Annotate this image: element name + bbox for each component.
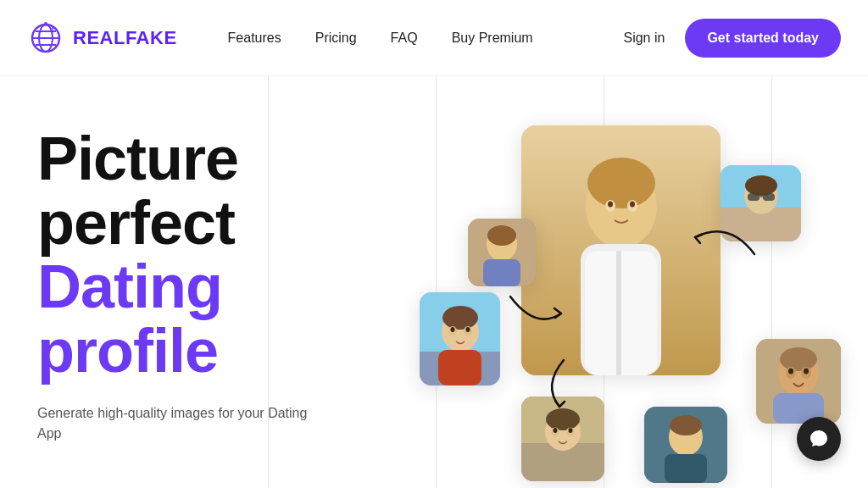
small-photo-tl: [468, 219, 536, 286]
arrow-main-to-tr: [687, 203, 763, 263]
nav-link-features[interactable]: Features: [228, 30, 281, 46]
svg-rect-37: [438, 350, 481, 385]
nav-right: Sign in Get started today: [623, 19, 841, 58]
svg-point-45: [569, 428, 573, 433]
arrow-lm-to-main: [502, 288, 570, 339]
svg-point-32: [442, 306, 478, 330]
svg-point-48: [670, 415, 702, 435]
svg-point-13: [608, 202, 613, 208]
nav-links: Features Pricing FAQ Buy Premium: [228, 30, 624, 46]
logo-area[interactable]: REALFAKE: [27, 19, 177, 57]
small-photo-lm: [420, 292, 500, 385]
chat-button[interactable]: [797, 417, 841, 461]
hero-images: [373, 76, 868, 488]
svg-point-52: [780, 347, 817, 371]
small-photo-br: [644, 407, 727, 483]
navbar: REALFAKE Features Pricing FAQ Buy Premiu…: [0, 0, 868, 76]
sign-in-link[interactable]: Sign in: [623, 30, 665, 46]
svg-point-5: [44, 22, 47, 25]
nav-link-buy-premium[interactable]: Buy Premium: [452, 30, 533, 46]
nav-link-pricing[interactable]: Pricing: [315, 30, 357, 46]
svg-point-25: [745, 175, 777, 196]
hero-headline-accent: Dating profile: [37, 252, 222, 385]
get-started-button[interactable]: Get started today: [685, 19, 841, 58]
chat-icon: [808, 428, 830, 450]
hero-subtext: Generate high-quality images for your Da…: [37, 403, 326, 444]
hero-left: Picture perfect Dating profile Generate …: [0, 76, 390, 444]
svg-rect-26: [748, 193, 760, 201]
arrow-to-bl: [538, 356, 589, 415]
svg-point-36: [466, 327, 470, 332]
nav-link-faq[interactable]: FAQ: [391, 30, 418, 46]
hero-headline-line2: perfect: [37, 189, 235, 257]
svg-point-35: [451, 327, 455, 332]
svg-point-44: [554, 428, 558, 433]
svg-point-56: [804, 369, 809, 374]
svg-point-19: [487, 225, 516, 246]
hero-headline-line1: Picture: [37, 125, 238, 192]
small-photo-rm: [756, 339, 841, 424]
hero-section: Picture perfect Dating profile Generate …: [0, 76, 868, 488]
svg-rect-49: [665, 454, 707, 483]
logo-icon: [27, 19, 64, 57]
brand-name: REALFAKE: [73, 27, 177, 49]
svg-point-10: [587, 158, 655, 208]
svg-rect-27: [763, 193, 775, 201]
svg-rect-16: [616, 251, 621, 375]
svg-point-14: [630, 202, 635, 208]
svg-point-55: [788, 369, 793, 374]
svg-rect-20: [483, 259, 520, 286]
hero-headline: Picture perfect Dating profile: [37, 127, 390, 383]
